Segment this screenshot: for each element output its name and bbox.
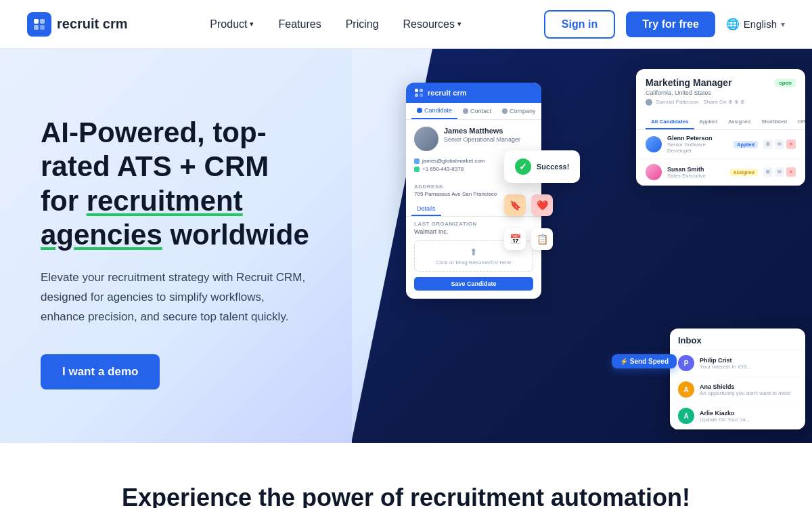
candidate-avatar-1 bbox=[646, 136, 662, 152]
inbox-row-2: A Ana Shields An opportunity you don't w… bbox=[670, 377, 805, 403]
phone-icon bbox=[414, 167, 420, 172]
nav-features[interactable]: Features bbox=[278, 18, 321, 30]
mockup-container: recruit crm Candidate Contact Company bbox=[392, 62, 812, 443]
language-selector[interactable]: 🌐 English ▾ bbox=[726, 18, 785, 30]
nav-product[interactable]: Product ▾ bbox=[210, 18, 254, 30]
crm-tabs: Candidate Contact Company bbox=[406, 103, 541, 120]
candidate-info-1: Glenn Peterson Senior Software Developer bbox=[667, 135, 728, 154]
candidates-card: Marketing Manager open California, Unite… bbox=[636, 69, 805, 186]
inbox-info-2: Ana Shields An opportunity you don't wan… bbox=[700, 383, 797, 396]
hero-right: recruit crm Candidate Contact Company bbox=[352, 49, 812, 443]
inbox-name-3: Arlie Kiazko bbox=[700, 410, 797, 417]
chevron-down-icon: ▾ bbox=[781, 20, 785, 29]
inbox-avatar-3: A bbox=[678, 408, 694, 424]
nav-resources[interactable]: Resources ▾ bbox=[403, 18, 461, 30]
svg-rect-6 bbox=[415, 93, 418, 97]
success-popup: ✓ Success! bbox=[504, 150, 580, 183]
hero-subtitle: Elevate your recruitment strategy with R… bbox=[41, 268, 311, 327]
candidate-name-2: Susan Smith bbox=[667, 166, 724, 173]
inbox-info-1: Philip Crist Your Interest In iOS... bbox=[700, 357, 797, 370]
calendar-icon-1[interactable]: 📅 bbox=[504, 228, 526, 250]
email-icon bbox=[414, 158, 420, 164]
action-btn-1b[interactable]: ✉ bbox=[775, 140, 784, 149]
action-btn-2b[interactable]: ✉ bbox=[775, 167, 784, 177]
action-btn-2a[interactable]: ⊞ bbox=[763, 167, 773, 177]
inbox-info-3: Arlie Kiazko Update On Your Ja... bbox=[700, 410, 797, 423]
inbox-header: Inbox bbox=[670, 329, 805, 350]
tab-contact[interactable]: Contact bbox=[457, 103, 497, 119]
send-speed-text: Send Speed bbox=[630, 358, 669, 365]
candidate-role: Senior Operational Manager bbox=[444, 136, 520, 143]
globe-icon: 🌐 bbox=[726, 18, 740, 30]
crm-logo-icon bbox=[414, 88, 424, 98]
try-free-button[interactable]: Try for free bbox=[626, 12, 715, 37]
chevron-down-icon: ▾ bbox=[457, 20, 461, 28]
action-icons: 🔖 ❤️ bbox=[504, 194, 553, 216]
company-tab-icon bbox=[502, 108, 508, 114]
calendar-icons: 📅 📋 bbox=[504, 228, 553, 250]
demo-button[interactable]: I want a demo bbox=[41, 354, 160, 389]
tab-shortlisted[interactable]: Shortlisted bbox=[756, 115, 792, 129]
hero-section: AI-Powered, top-rated ATS + CRM for recr… bbox=[0, 49, 812, 443]
tab-offered[interactable]: Offered bbox=[792, 115, 805, 129]
heart-icon[interactable]: ❤️ bbox=[531, 194, 553, 216]
tab-all-candidates[interactable]: All Candidates bbox=[646, 115, 694, 129]
job-location: California, United States bbox=[646, 89, 796, 96]
svg-rect-0 bbox=[34, 19, 39, 24]
crm-card: recruit crm Candidate Contact Company bbox=[406, 83, 541, 299]
save-candidate-button[interactable]: Save Candidate bbox=[414, 277, 533, 291]
lightning-icon: ⚡ bbox=[620, 358, 628, 365]
inbox-avatar-2: A bbox=[678, 381, 694, 398]
candidate-role-1: Senior Software Developer bbox=[667, 142, 728, 154]
inbox-row-3: A Arlie Kiazko Update On Your Ja... bbox=[670, 403, 805, 429]
crm-header-text: recruit crm bbox=[428, 89, 466, 97]
upload-text: Click or Drag Resume/CV Here bbox=[420, 259, 527, 266]
action-btn-1c[interactable]: ✕ bbox=[786, 140, 796, 149]
candidate-info-2: Susan Smith Sales Executive bbox=[667, 166, 724, 179]
job-title: Marketing Manager bbox=[646, 77, 732, 88]
action-btn-2c[interactable]: ✕ bbox=[786, 167, 796, 177]
nav-links: Product ▾ Features Pricing Resources ▾ bbox=[210, 18, 461, 30]
language-label: English bbox=[744, 18, 777, 30]
candidate-actions-1: ⊞ ✉ ✕ bbox=[763, 140, 796, 149]
candidate-role-2: Sales Executive bbox=[667, 173, 724, 179]
chevron-down-icon: ▾ bbox=[250, 20, 254, 28]
phone-text: +1 650-443-8378 bbox=[422, 166, 464, 172]
bookmark-icon[interactable]: 🔖 bbox=[504, 194, 526, 216]
svg-rect-3 bbox=[40, 25, 45, 30]
candidate-status-2: Assigned bbox=[729, 169, 758, 176]
inbox-msg-3: Update On Your Ja... bbox=[700, 417, 797, 423]
avatar-small bbox=[646, 99, 652, 106]
contact-tab-icon bbox=[463, 108, 468, 114]
inbox-card: Inbox P Philip Crist Your Interest In iO… bbox=[670, 329, 805, 429]
details-tab[interactable]: Details bbox=[411, 203, 441, 216]
job-meta: Samuel Patterson Share On ⊕ ⊕ ⊕ bbox=[646, 99, 796, 106]
candidate-name: James Matthews bbox=[444, 127, 520, 135]
inbox-avatar-1: P bbox=[678, 355, 694, 371]
email-text: james@globalmarket.com bbox=[422, 158, 485, 164]
nav-pricing[interactable]: Pricing bbox=[346, 18, 379, 30]
success-text: Success! bbox=[537, 163, 569, 171]
candidate-avatar-2 bbox=[646, 164, 662, 180]
action-btn-1a[interactable]: ⊞ bbox=[763, 140, 773, 149]
nav-actions: Sign in Try for free 🌐 English ▾ bbox=[544, 10, 785, 39]
candidate-avatar bbox=[414, 127, 438, 151]
svg-rect-7 bbox=[420, 93, 423, 97]
signin-button[interactable]: Sign in bbox=[544, 10, 615, 39]
inbox-name-1: Philip Crist bbox=[700, 357, 797, 364]
candidate-row-1: Glenn Peterson Senior Software Developer… bbox=[636, 130, 805, 159]
inbox-msg-2: An opportunity you don't want to miss! bbox=[700, 390, 797, 396]
hero-title: AI-Powered, top-rated ATS + CRM for recr… bbox=[41, 116, 311, 253]
logo[interactable]: recruit crm bbox=[27, 12, 128, 37]
share-icon: ⊕ ⊕ ⊕ bbox=[728, 99, 745, 105]
tab-candidate[interactable]: Candidate bbox=[411, 103, 457, 119]
inbox-row-1: P Philip Crist Your Interest In iOS... bbox=[670, 350, 805, 377]
address-label: ADDRESS bbox=[414, 184, 533, 190]
calendar-icon-2[interactable]: 📋 bbox=[531, 228, 553, 250]
navbar: recruit crm Product ▾ Features Pricing R… bbox=[0, 0, 812, 49]
tab-applied[interactable]: Applied bbox=[694, 115, 723, 129]
tab-assigned[interactable]: Assigned bbox=[723, 115, 756, 129]
job-status-badge: open bbox=[775, 79, 796, 87]
tab-company[interactable]: Company bbox=[497, 103, 541, 119]
candidates-header: Marketing Manager open California, Unite… bbox=[636, 69, 805, 115]
